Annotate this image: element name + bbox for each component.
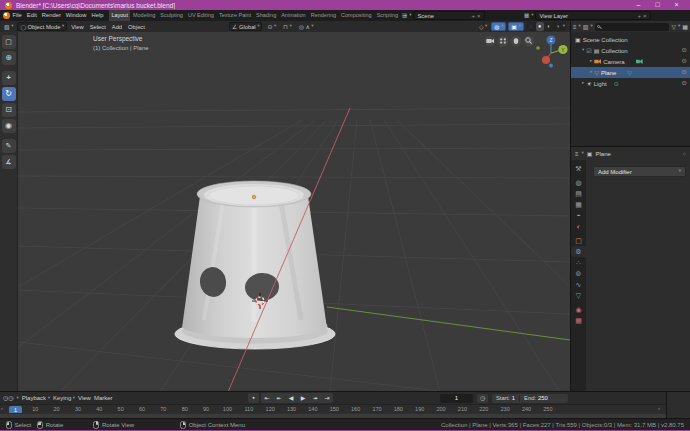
end-frame-field[interactable]: 250 — [538, 395, 548, 401]
tab-compositing[interactable]: Compositing — [339, 10, 375, 21]
menu-help[interactable]: Help — [89, 10, 106, 21]
pan-view-button[interactable] — [511, 36, 522, 47]
editor-type-button[interactable] — [2, 22, 15, 31]
tab-object-data[interactable] — [571, 290, 586, 301]
pivot-point-dropdown[interactable] — [265, 22, 278, 31]
outliner-row-camera[interactable]: ▸ Camera — [571, 56, 690, 67]
expand-icon[interactable]: ▸ — [590, 59, 592, 64]
navigation-gizmo[interactable]: Z Y — [536, 35, 567, 67]
outliner-search-box[interactable] — [595, 23, 670, 31]
select-box-tool[interactable] — [2, 35, 16, 49]
new-scene-icon[interactable] — [471, 13, 475, 19]
eye-icon[interactable] — [682, 69, 687, 76]
tab-output[interactable] — [571, 188, 586, 199]
tab-scene[interactable] — [571, 210, 586, 221]
minimize-button[interactable]: – — [630, 0, 647, 10]
menu-add[interactable]: Add — [110, 22, 124, 31]
cursor-tool[interactable] — [2, 51, 16, 65]
jump-to-start-button[interactable]: ⇤ — [261, 393, 273, 403]
scene-icon[interactable] — [402, 13, 407, 19]
tab-physics[interactable] — [571, 268, 586, 279]
outliner-row-scene-collection[interactable]: Scene Collection — [571, 34, 690, 45]
menu-marker[interactable]: Marker — [94, 395, 113, 401]
menu-render[interactable]: Render — [39, 10, 63, 21]
tab-render[interactable] — [571, 177, 586, 188]
expand-icon[interactable]: ▸ — [582, 81, 584, 86]
menu-object[interactable]: Object — [126, 22, 147, 31]
eye-icon[interactable] — [682, 47, 687, 54]
tab-texture-paint[interactable]: Texture Paint — [216, 10, 253, 21]
expand-icon[interactable]: ▾ — [582, 48, 584, 53]
menu-keying[interactable]: Keying — [53, 395, 75, 401]
tab-view-layer[interactable] — [571, 199, 586, 210]
tab-animation[interactable]: Animation — [279, 10, 308, 21]
tab-shading[interactable]: Shading — [254, 10, 279, 21]
tab-tool[interactable] — [571, 163, 586, 174]
shading-wireframe-button[interactable] — [527, 22, 535, 31]
outliner-filter-funnel-icon[interactable] — [671, 24, 676, 30]
collection-checkbox[interactable] — [586, 48, 591, 54]
tab-scripting[interactable]: Scripting — [374, 10, 400, 21]
timeline-scroll-arrow-right[interactable]: ‹ — [658, 405, 660, 411]
outliner-row-plane[interactable]: ▸ Plane — [571, 67, 690, 78]
outliner-row-light[interactable]: ▸ Light — [571, 78, 690, 89]
view-layer-dropdown-caret[interactable] — [531, 13, 533, 18]
menu-timeline-view[interactable]: View — [78, 395, 91, 401]
xray-toggle[interactable] — [508, 22, 523, 31]
previous-keyframe-button[interactable]: ↞ — [273, 393, 285, 403]
outliner-search-input[interactable] — [602, 23, 667, 31]
start-frame-field[interactable]: 1 — [512, 395, 515, 401]
tab-constraints[interactable] — [571, 279, 586, 290]
transform-tool[interactable] — [2, 119, 16, 133]
properties-editor-icon[interactable] — [575, 151, 579, 157]
measure-tool[interactable] — [2, 155, 16, 169]
view-layer-icon[interactable] — [524, 13, 529, 19]
blender-app-menu-icon[interactable] — [3, 12, 10, 19]
expand-icon[interactable]: ▸ — [590, 70, 592, 75]
show-gizmo-toggle[interactable] — [477, 22, 489, 31]
menu-playback[interactable]: Playback — [22, 395, 50, 401]
zoom-view-button[interactable] — [524, 36, 535, 47]
next-keyframe-button[interactable]: ↠ — [309, 393, 321, 403]
timeline-scroll-arrow-left[interactable]: ‹ — [1, 405, 3, 411]
tab-world[interactable] — [571, 221, 586, 232]
scene-field[interactable]: Scene — [413, 11, 484, 20]
tab-object[interactable] — [571, 235, 586, 246]
play-reverse-button[interactable]: ◀ — [285, 393, 297, 403]
close-button[interactable]: × — [668, 0, 685, 10]
scale-tool[interactable] — [2, 103, 16, 117]
menu-view[interactable]: View — [69, 22, 85, 31]
menu-select[interactable]: Select — [88, 22, 108, 31]
rotate-tool[interactable] — [2, 87, 16, 101]
remove-view-layer-icon[interactable] — [643, 13, 647, 19]
view-layer-field[interactable]: View Layer — [535, 11, 650, 20]
viewport-3d[interactable]: Z Y User Perspective (1) Collection | Pl… — [18, 32, 570, 391]
eye-icon[interactable] — [682, 80, 687, 87]
shading-rendered-button[interactable] — [554, 22, 562, 31]
menu-edit[interactable]: Edit — [24, 10, 39, 21]
shading-material-button[interactable] — [545, 22, 553, 31]
camera-view-button[interactable] — [485, 36, 496, 47]
timeline-ruler[interactable]: 1 10203040506070809010011012013014015016… — [0, 404, 666, 413]
eye-icon[interactable] — [682, 58, 687, 65]
pin-icon[interactable] — [682, 151, 686, 157]
maximize-button[interactable]: □ — [649, 0, 666, 10]
timeline-editor-icon[interactable]: ◷ — [3, 395, 14, 401]
orientation-dropdown[interactable]: Global — [229, 22, 262, 31]
outliner-display-mode-icon[interactable] — [573, 24, 577, 30]
tab-modeling[interactable]: Modeling — [130, 10, 157, 21]
tab-uv-editing[interactable]: UV Editing — [185, 10, 216, 21]
menu-window[interactable]: Window — [63, 10, 89, 21]
tab-layout[interactable]: Layout — [109, 10, 131, 21]
timeline-editor-caret[interactable] — [17, 396, 19, 401]
menu-file[interactable]: File — [10, 10, 24, 21]
rotate-view-button[interactable] — [498, 36, 509, 47]
tab-sculpting[interactable]: Sculpting — [158, 10, 186, 21]
play-button[interactable]: ▶ — [297, 393, 309, 403]
properties-editor-caret[interactable] — [582, 151, 584, 156]
mode-dropdown[interactable]: Object Mode — [17, 22, 67, 31]
outliner-filter-options-icon[interactable] — [682, 24, 688, 30]
new-view-layer-icon[interactable] — [637, 13, 641, 19]
snapping-dropdown[interactable] — [281, 22, 293, 31]
outliner-row-collection[interactable]: ▾ Collection — [571, 45, 690, 56]
